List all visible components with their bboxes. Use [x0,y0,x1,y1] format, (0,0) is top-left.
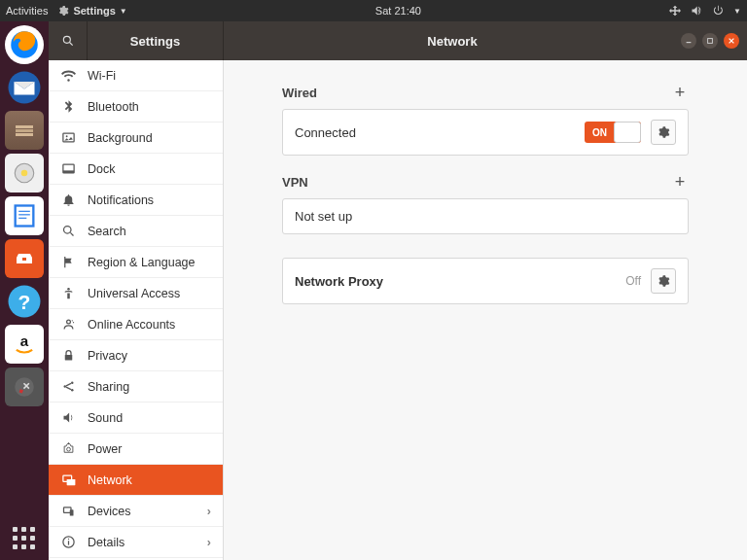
svg-text:a: a [20,332,29,349]
svg-point-34 [71,389,74,392]
sidebar-item-label: Dock [88,162,115,176]
close-button[interactable] [724,33,739,49]
vpn-add-button[interactable]: + [671,173,689,191]
gear-icon [657,125,670,139]
maximize-button[interactable] [702,33,718,49]
chevron-right-icon: › [207,536,211,549]
svg-point-25 [63,227,71,234]
sidebar-item-label: Search [88,225,126,238]
vpn-section-title: VPN [282,175,308,190]
sidebar-item-online-accounts[interactable]: Online Accounts [49,309,223,340]
svg-point-43 [67,539,68,540]
rhythmbox-launcher[interactable] [5,154,44,192]
sidebar-item-search[interactable]: Search [49,216,223,247]
files-launcher[interactable] [5,111,44,150]
sound-icon [60,410,76,425]
page-title: Network [224,34,681,49]
network-panel: Wired + Connected ON VPN + [224,60,747,560]
sidebar-item-label: Sharing [88,380,129,394]
share-icon [60,379,76,394]
gear-icon [657,274,670,288]
svg-line-36 [66,387,71,390]
chevron-right-icon: › [207,505,211,518]
devices-icon [60,504,76,518]
wired-status-label: Connected [295,125,575,140]
help-launcher[interactable]: ? [5,282,44,321]
proxy-status: Off [625,274,641,288]
clock[interactable]: Sat 21:40 [127,5,669,17]
network-indicator-icon[interactable] [669,5,681,17]
sidebar-item-label: Online Accounts [88,318,175,332]
svg-rect-2 [16,125,33,128]
sidebar-item-label: Notifications [88,193,154,207]
settings-app-icon [57,5,69,17]
sidebar-title: Settings [88,21,224,60]
sidebar-item-label: Sound [88,411,123,425]
settings-window: Settings Network Wi-FiBluetoothBackgroun… [49,21,747,560]
sidebar-item-dock[interactable]: Dock [49,154,223,185]
svg-point-30 [72,322,73,323]
svg-rect-38 [66,479,75,485]
svg-point-22 [65,135,67,137]
wired-card: Connected ON [282,109,689,156]
volume-indicator-icon[interactable] [691,5,702,17]
minimize-button[interactable] [681,33,696,49]
sidebar-item-privacy[interactable]: Privacy [49,340,223,371]
search-button[interactable] [49,21,88,60]
sidebar-item-network[interactable]: Network [49,465,223,496]
proxy-settings-button[interactable] [651,268,676,294]
proxy-card: Network Proxy Off [282,258,689,304]
search-icon [60,224,76,238]
sidebar-item-wi-fi[interactable]: Wi-Fi [49,60,223,91]
details-icon [60,535,76,549]
svg-rect-18 [708,39,713,44]
chevron-down-icon[interactable]: ▼ [733,7,741,16]
sidebar-item-sharing[interactable]: Sharing [49,371,223,402]
svg-point-27 [67,288,70,291]
bluetooth-icon [60,99,76,114]
sidebar-item-label: Power [88,442,122,456]
wired-add-button[interactable]: + [671,84,689,101]
background-icon [60,130,76,145]
svg-point-6 [21,170,28,177]
sidebar-item-bluetooth[interactable]: Bluetooth [49,91,223,122]
accounts-icon [60,317,76,332]
activities-button[interactable]: Activities [6,5,48,17]
gnome-topbar: Activities Settings ▼ Sat 21:40 ▼ [0,0,747,21]
wired-settings-button[interactable] [651,120,676,145]
sidebar-item-label: Devices [88,505,130,518]
svg-point-15 [63,36,70,43]
sidebar-item-devices[interactable]: Devices› [49,496,223,527]
dock-launcher: ? a [0,21,49,560]
sidebar-item-label: Bluetooth [88,100,139,114]
amazon-launcher[interactable]: a [5,325,44,364]
writer-launcher[interactable] [5,196,44,235]
app-menu-label: Settings [73,5,115,17]
svg-point-29 [71,320,72,321]
sidebar-item-universal-access[interactable]: Universal Access [49,278,223,309]
svg-rect-7 [16,206,34,227]
firefox-launcher[interactable] [5,25,44,64]
sidebar-item-background[interactable]: Background [49,122,223,154]
dock-icon [60,161,76,176]
proxy-title: Network Proxy [295,274,616,289]
power-indicator-icon[interactable] [712,5,724,17]
sidebar-item-power[interactable]: Power [49,434,223,465]
svg-line-26 [70,232,73,235]
thunderbird-launcher[interactable] [5,68,44,107]
wifi-icon [60,68,76,83]
sidebar-item-sound[interactable]: Sound [49,402,223,434]
sidebar-item-label: Universal Access [88,287,180,300]
sidebar-item-region-language[interactable]: Region & Language [49,247,223,278]
wired-toggle[interactable]: ON [585,122,641,143]
svg-point-32 [63,385,66,388]
switch-on-text: ON [592,127,607,138]
show-apps-button[interactable] [0,527,49,550]
sidebar-item-notifications[interactable]: Notifications [49,185,223,216]
chevron-down-icon: ▼ [120,7,127,16]
sidebar-item-details[interactable]: Details› [49,527,223,558]
software-launcher[interactable] [5,239,44,278]
app-menu[interactable]: Settings ▼ [57,5,126,17]
settings-launcher[interactable] [5,368,44,406]
settings-sidebar: Wi-FiBluetoothBackgroundDockNotification… [49,60,224,560]
